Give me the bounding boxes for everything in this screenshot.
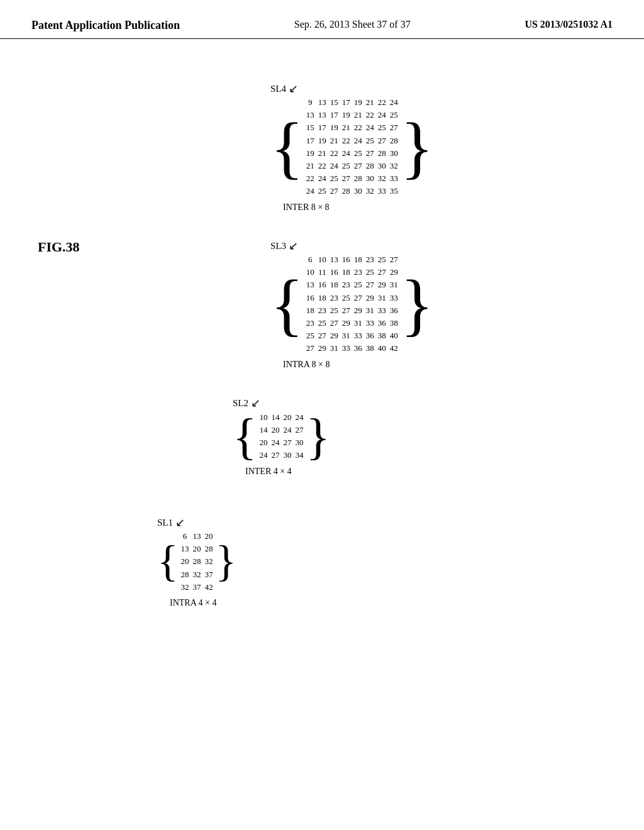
matrix-cell: 23	[342, 279, 350, 290]
matrix-cell: 30	[366, 173, 374, 184]
matrix-cell: 32	[390, 160, 398, 172]
matrix-cell: 24	[295, 412, 303, 423]
matrix-column: 1517192122242527	[330, 97, 338, 197]
matrix-cell: 30	[283, 450, 291, 461]
matrix-cell: 23	[366, 254, 374, 265]
page-header: Patent Application Publication Sep. 26, …	[0, 0, 644, 39]
matrix-cell: 25	[366, 135, 374, 147]
matrix-cell: 25	[318, 185, 326, 197]
matrix-cell: 29	[354, 305, 362, 316]
matrix-cell: 36	[354, 343, 362, 354]
matrix-cell: 40	[378, 343, 386, 354]
sl4-cols: 9131517192122241313171921222425151719212…	[306, 97, 398, 197]
matrix-cell: 24	[390, 97, 398, 108]
sl3-note: INTRA 8 × 8	[283, 360, 330, 370]
matrix-cell: 22	[354, 122, 362, 133]
matrix-cell: 33	[378, 185, 386, 197]
matrix-cell: 13	[318, 109, 326, 121]
matrix-cell: 25	[306, 330, 314, 341]
matrix-cell: 14	[259, 424, 267, 436]
matrix-cell: 27	[306, 343, 314, 354]
matrix-column: 2325272931333638	[366, 254, 374, 355]
matrix-cell: 21	[342, 122, 350, 133]
matrix-cell: 28	[378, 148, 386, 159]
sl1-section: SL1 ↙ { 61320283213202832372028323742 } …	[157, 516, 236, 608]
sl1-cols: 61320283213202832372028323742	[181, 531, 213, 593]
matrix-cell: 13	[306, 279, 314, 290]
matrix-column: 20242730	[283, 412, 291, 462]
matrix-column: 913151719212224	[306, 97, 314, 197]
matrix-cell: 21	[330, 135, 338, 147]
matrix-cell: 24	[378, 109, 386, 121]
matrix-column: 10142024	[259, 412, 267, 462]
matrix-column: 1320283237	[193, 531, 201, 593]
matrix-cell: 20	[193, 543, 201, 555]
matrix-cell: 27	[295, 424, 303, 436]
sl2-label: SL2 ↙	[233, 396, 260, 410]
matrix-cell: 30	[390, 148, 398, 159]
matrix-cell: 25	[354, 279, 362, 290]
matrix-cell: 14	[271, 412, 279, 423]
sl4-bracket-right: }	[401, 113, 434, 182]
matrix-cell: 27	[342, 305, 350, 316]
matrix-cell: 25	[342, 292, 350, 304]
matrix-cell: 6	[308, 254, 313, 265]
matrix-cell: 33	[342, 343, 350, 354]
matrix-cell: 15	[306, 122, 314, 133]
matrix-cell: 25	[330, 305, 338, 316]
matrix-column: 1921222425272830	[354, 97, 362, 197]
matrix-cell: 33	[378, 305, 386, 316]
matrix-cell: 16	[318, 279, 326, 290]
sl2-arrow: ↙	[251, 396, 260, 410]
matrix-cell: 38	[366, 343, 374, 354]
matrix-cell: 10	[306, 267, 314, 278]
sl2-bracket-right: }	[306, 411, 330, 462]
matrix-cell: 20	[181, 556, 189, 567]
matrix-cell: 15	[330, 97, 338, 108]
matrix-cell: 32	[366, 185, 374, 197]
sl3-label: SL3 ↙	[270, 239, 298, 253]
matrix-cell: 29	[318, 343, 326, 354]
matrix-cell: 28	[390, 135, 398, 147]
matrix-cell: 30	[354, 185, 362, 197]
matrix-cell: 21	[366, 97, 374, 108]
matrix-cell: 27	[318, 330, 326, 341]
matrix-cell: 17	[306, 135, 314, 147]
sl2-cols: 10142024142024272024273024273034	[259, 412, 303, 462]
matrix-cell: 29	[378, 279, 386, 290]
header-center: Sep. 26, 2013 Sheet 37 of 37	[294, 19, 411, 30]
matrix-cell: 17	[330, 109, 338, 121]
matrix-cell: 24	[354, 135, 362, 147]
matrix-cell: 37	[193, 582, 201, 593]
matrix-cell: 25	[366, 267, 374, 278]
matrix-cell: 27	[354, 160, 362, 172]
matrix-cell: 27	[342, 173, 350, 184]
matrix-cell: 9	[308, 97, 313, 108]
matrix-cell: 29	[390, 267, 398, 278]
matrix-cell: 20	[205, 531, 213, 542]
matrix-cell: 33	[390, 292, 398, 304]
matrix-cell: 20	[259, 437, 267, 448]
matrix-cell: 27	[366, 148, 374, 159]
matrix-cell: 22	[378, 97, 386, 108]
sl4-section: SL4 ↙ { 91315171921222413131719212224251…	[270, 82, 434, 213]
matrix-column: 1719212224252728	[342, 97, 350, 197]
matrix-cell: 28	[181, 569, 189, 580]
matrix-cell: 29	[330, 330, 338, 341]
header-left: Patent Application Publication	[31, 19, 180, 32]
header-right: US 2013/0251032 A1	[525, 19, 613, 30]
matrix-cell: 31	[330, 343, 338, 354]
matrix-cell: 24	[283, 424, 291, 436]
sl1-arrow: ↙	[175, 516, 185, 529]
sl4-arrow: ↙	[289, 82, 298, 96]
matrix-cell: 37	[205, 569, 213, 580]
sl3-bracket-left: {	[270, 270, 304, 339]
matrix-cell: 27	[271, 450, 279, 461]
matrix-cell: 24	[342, 148, 350, 159]
figure-label: FIG.38	[38, 239, 80, 255]
sl2-note: INTER 4 × 4	[245, 467, 292, 477]
matrix-column: 2425272830323335	[390, 97, 398, 197]
matrix-cell: 36	[390, 305, 398, 316]
matrix-cell: 27	[354, 292, 362, 304]
matrix-cell: 24	[259, 450, 267, 461]
